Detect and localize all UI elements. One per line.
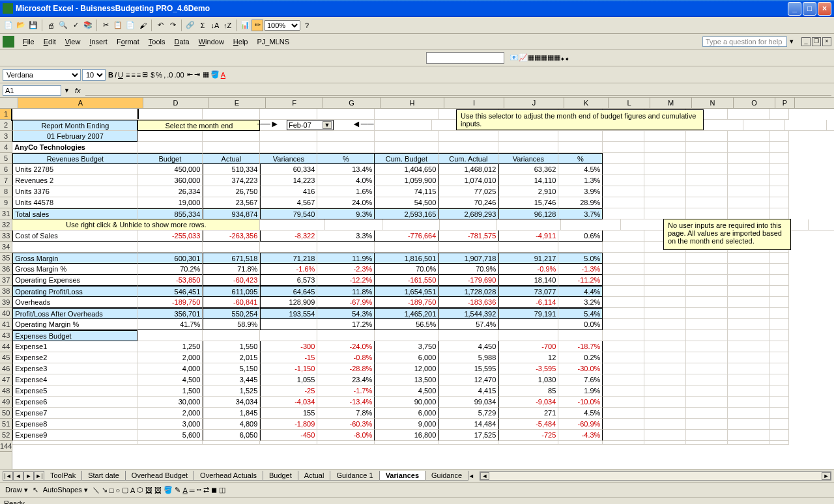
- cell[interactable]: [375, 109, 439, 120]
- cell[interactable]: [644, 208, 686, 219]
- cust-icon-7[interactable]: ▦: [554, 53, 560, 62]
- cell[interactable]: -28.8%: [317, 363, 375, 374]
- menu-help[interactable]: Help: [229, 36, 253, 47]
- cell[interactable]: [603, 197, 644, 208]
- cell[interactable]: [644, 308, 686, 319]
- maximize-button[interactable]: □: [803, 2, 816, 16]
- cell[interactable]: [317, 330, 375, 341]
- row-header-44[interactable]: 44: [0, 341, 12, 352]
- cell[interactable]: 16,800: [375, 430, 439, 441]
- cell[interactable]: 671,518: [203, 253, 260, 264]
- cell[interactable]: 30,000: [137, 397, 203, 408]
- cell[interactable]: 600,301: [137, 253, 203, 264]
- cell[interactable]: 1,404,650: [375, 164, 439, 175]
- cell[interactable]: [375, 441, 439, 445]
- new-icon[interactable]: 📄: [3, 20, 14, 31]
- cell[interactable]: [603, 264, 644, 275]
- col-header-L[interactable]: L: [609, 98, 650, 108]
- cell[interactable]: 2,000: [137, 352, 203, 363]
- cell[interactable]: 374,223: [203, 175, 260, 186]
- cell[interactable]: -8.0%: [317, 430, 375, 441]
- cell[interactable]: [728, 253, 769, 264]
- cell[interactable]: [686, 153, 728, 164]
- row-header-3[interactable]: 3: [0, 131, 12, 142]
- cell[interactable]: [603, 341, 644, 352]
- cell[interactable]: 99,034: [439, 397, 498, 408]
- row-header-41[interactable]: 41: [0, 319, 12, 330]
- preview-icon[interactable]: 🔍: [57, 20, 69, 31]
- cell[interactable]: 4,500: [375, 385, 439, 397]
- row-header-34[interactable]: 34: [0, 242, 12, 253]
- cell[interactable]: 1,550: [203, 341, 260, 352]
- cell[interactable]: [769, 253, 789, 264]
- cell[interactable]: Operating Margin %: [12, 319, 137, 330]
- cell[interactable]: [498, 330, 558, 341]
- cell[interactable]: -12.2%: [317, 275, 375, 286]
- cell[interactable]: [317, 441, 375, 445]
- cell[interactable]: 2,910: [498, 186, 558, 197]
- cell[interactable]: [769, 297, 789, 308]
- cell[interactable]: -189,750: [375, 297, 439, 308]
- cell[interactable]: [260, 142, 317, 153]
- doc-close[interactable]: ×: [822, 37, 831, 46]
- cell[interactable]: [686, 164, 728, 175]
- font-color-icon[interactable]: A: [221, 71, 225, 79]
- zoom-select[interactable]: 100%: [264, 20, 300, 31]
- drawing-icon[interactable]: ✏: [252, 20, 263, 31]
- month-dropdown[interactable]: Feb-07 ▼: [287, 120, 334, 130]
- autosum-icon[interactable]: Σ: [197, 20, 208, 31]
- cell[interactable]: 15,595: [439, 363, 498, 374]
- cell[interactable]: 14,484: [439, 419, 498, 430]
- cell[interactable]: [728, 142, 769, 153]
- font-size-select[interactable]: 10: [82, 69, 106, 81]
- cell[interactable]: 1.3%: [558, 175, 603, 186]
- cell[interactable]: [137, 330, 203, 341]
- cell[interactable]: -60,423: [203, 275, 260, 286]
- cust-icon-2[interactable]: 📈: [519, 53, 528, 62]
- cell[interactable]: 58.9%: [203, 319, 260, 330]
- cell[interactable]: [603, 397, 644, 408]
- cell[interactable]: 1,525: [203, 385, 260, 397]
- cell[interactable]: [439, 441, 498, 445]
- cell[interactable]: Expenses Budget: [12, 330, 137, 341]
- cell[interactable]: [260, 131, 317, 142]
- cell[interactable]: Expense9: [12, 430, 137, 441]
- inc-decimal-icon[interactable]: .0: [167, 71, 173, 79]
- cell[interactable]: [728, 441, 769, 445]
- sheet-tab-overhead-actuals[interactable]: Overhead Actuals: [194, 471, 263, 481]
- col-header-P[interactable]: P: [775, 98, 795, 108]
- cell[interactable]: 12,000: [375, 363, 439, 374]
- cell[interactable]: 855,334: [137, 208, 203, 219]
- cell[interactable]: Variances: [260, 153, 317, 164]
- cell[interactable]: [558, 441, 603, 445]
- cell[interactable]: 4,567: [260, 197, 317, 208]
- cell[interactable]: -0.8%: [317, 352, 375, 363]
- cell[interactable]: [203, 330, 260, 341]
- cell[interactable]: [686, 253, 728, 264]
- cell[interactable]: [137, 142, 203, 153]
- cell[interactable]: 7.6%: [558, 374, 603, 385]
- cell[interactable]: [686, 419, 728, 430]
- copy-icon[interactable]: 📋: [112, 20, 124, 31]
- cell[interactable]: 193,554: [260, 308, 317, 319]
- cell[interactable]: [769, 175, 789, 186]
- cell[interactable]: [769, 308, 789, 319]
- cell[interactable]: -161,550: [375, 275, 439, 286]
- cell[interactable]: [769, 441, 789, 445]
- row-header-144[interactable]: 144: [0, 441, 12, 452]
- cell[interactable]: [686, 186, 728, 197]
- cell[interactable]: [769, 385, 789, 397]
- cell[interactable]: [12, 242, 137, 253]
- cell[interactable]: 28.9%: [558, 197, 603, 208]
- cell[interactable]: [728, 419, 769, 430]
- cell[interactable]: -1.7%: [317, 385, 375, 397]
- cell[interactable]: [728, 275, 769, 286]
- row-header-1[interactable]: 1: [0, 109, 12, 120]
- cell[interactable]: [603, 186, 644, 197]
- cell[interactable]: -4.3%: [558, 430, 603, 441]
- cell[interactable]: [686, 441, 728, 445]
- cell[interactable]: [728, 186, 769, 197]
- cell[interactable]: -450: [260, 430, 317, 441]
- cell[interactable]: 71,218: [260, 253, 317, 264]
- cell[interactable]: [603, 164, 644, 175]
